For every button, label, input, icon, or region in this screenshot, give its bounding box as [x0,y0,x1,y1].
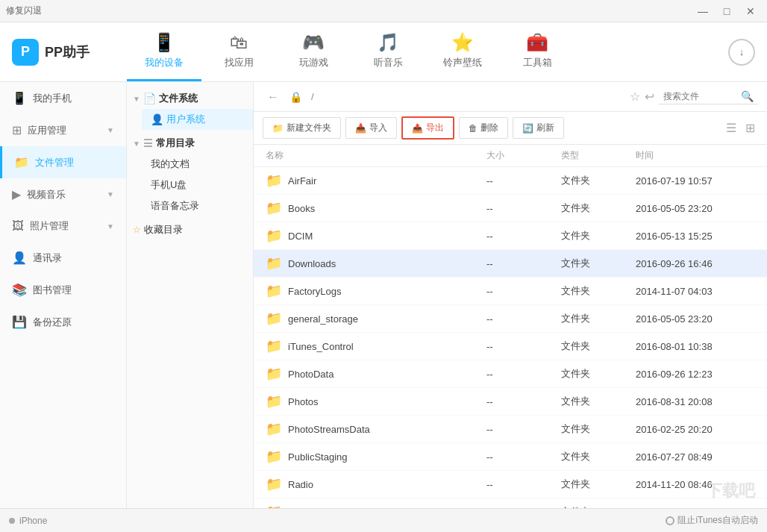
refresh-button[interactable]: 🔄 刷新 [513,117,564,139]
file-name: iTunes_Control [288,341,354,352]
titlebar-left: 修复闪退 [6,4,42,17]
nav-play-game-label: 玩游戏 [299,56,328,69]
refresh-icon: 🔄 [522,123,533,134]
folder-icon: 📁 [266,476,282,492]
export-icon: 📤 [412,123,423,134]
file-toolbar-top: ← 🔒 / ☆ ↩ 🔍 [254,82,767,112]
sidebar-my-phone-label: 我的手机 [33,92,72,105]
file-type: 文件夹 [561,450,636,463]
export-button[interactable]: 📤 导出 [401,116,454,140]
table-row[interactable]: 📁 PublicStaging -- 文件夹 2016-07-27 08:49 [254,443,767,471]
search-input[interactable] [663,91,738,101]
col-name: 名称 [266,149,486,162]
status-right: 阻止iTunes自动启动 [666,514,758,527]
file-size: -- [486,479,561,490]
apps-icon: ⊞ [12,123,22,137]
table-row[interactable]: 📁 PhotoData -- 文件夹 2016-09-26 12:23 [254,360,767,388]
folder-icon: 📁 [266,338,282,354]
list-view-button[interactable]: ☰ [723,118,739,138]
nav-ringtone[interactable]: ⭐ 铃声壁纸 [425,22,500,81]
table-row[interactable]: 📁 Downloads -- 文件夹 2016-09-26 16:46 [254,250,767,278]
tree-favorites[interactable]: ☆ 收藏目录 [127,219,253,240]
sidebar: 📱 我的手机 ⊞ 应用管理 ▼ 📁 文件管理 ▶ 视频音乐 ▼ 🖼 照片管理 ▼… [0,82,127,508]
import-button[interactable]: 📥 导入 [345,117,397,139]
tree-user-icon: 👤 [151,113,163,125]
tree-phone-udisk[interactable]: 手机U盘 [142,175,253,195]
tree-common-dir[interactable]: ▼ ☰ 常用目录 [127,133,253,154]
table-row[interactable]: 📁 Radio -- 文件夹 2014-11-20 08:46 [254,471,767,498]
back-arrow-button[interactable]: ← [263,89,284,105]
history-back-button[interactable]: ↩ [645,90,654,104]
nav-play-game[interactable]: 🎮 玩游戏 [276,22,351,81]
minimize-button[interactable]: — [692,4,713,19]
nav-right: ↓ [728,39,767,66]
status-dot [9,518,15,524]
tree-expand-icon: ▼ [133,95,140,103]
nav-find-app-label: 找应用 [225,56,254,69]
music-icon: 🎵 [377,32,399,53]
new-folder-button[interactable]: 📁 新建文件夹 [263,117,341,139]
file-time: 2016-07-19 10:57 [636,175,755,187]
nav-my-device[interactable]: 📱 我的设备 [127,22,201,81]
delete-icon: 🗑 [469,123,478,134]
nav-listen-music-label: 听音乐 [374,56,403,69]
table-row[interactable]: 📁 AirFair -- 文件夹 2016-07-19 10:57 [254,167,767,195]
logo-area: P PP助手 [0,39,127,66]
table-row[interactable]: 📁 Photos -- 文件夹 2016-08-31 20:08 [254,388,767,416]
video-icon: ▶ [12,187,21,201]
sidebar-item-backup-restore[interactable]: 💾 备份还原 [0,306,126,338]
table-row[interactable]: 📁 PhotoStreamsData -- 文件夹 2016-02-25 20:… [254,416,767,443]
file-name: Radio [288,479,313,490]
sidebar-item-book-manage[interactable]: 📚 图书管理 [0,274,126,306]
nav-find-app[interactable]: 🛍 找应用 [201,22,276,81]
delete-button[interactable]: 🗑 删除 [459,117,508,139]
file-time: 2016-08-31 20:08 [636,396,755,407]
lock-icon: 🔒 [289,91,302,103]
file-type: 文件夹 [561,257,636,270]
file-time: 2016-09-26 16:46 [636,258,755,269]
maximize-button[interactable]: □ [716,4,737,19]
tree-star-icon: ☆ [133,225,141,235]
file-type: 文件夹 [561,422,636,436]
table-row[interactable]: 📁 Recordings -- 文件夹 2015-06-13 23:03 [254,498,767,508]
toolbox-icon: 🧰 [526,32,548,53]
arrow-icon: ▼ [107,126,114,134]
file-name-cell: 📁 Photos [266,393,486,410]
export-label: 导出 [426,122,444,134]
file-name-cell: 📁 AirFair [266,172,486,189]
sidebar-item-app-manage[interactable]: ⊞ 应用管理 ▼ [0,114,126,146]
toolbar-top-right: ☆ ↩ 🔍 [630,89,758,104]
table-row[interactable]: 📁 Books -- 文件夹 2016-05-05 23:20 [254,195,767,222]
breadcrumb-sep: / [311,91,314,102]
table-row[interactable]: 📁 DCIM -- 文件夹 2016-05-13 15:25 [254,222,767,250]
statusbar: iPhone 阻止iTunes自动启动 [0,508,767,532]
photo-icon: 🖼 [12,219,24,233]
sidebar-item-video-music[interactable]: ▶ 视频音乐 ▼ [0,178,126,210]
sidebar-item-photo-manage[interactable]: 🖼 照片管理 ▼ [0,210,126,242]
file-time: 2016-05-05 23:20 [636,313,755,325]
nav-ringtone-label: 铃声壁纸 [443,56,482,69]
sidebar-item-file-manage[interactable]: 📁 文件管理 [0,146,126,178]
nav-toolbox[interactable]: 🧰 工具箱 [500,22,575,81]
search-icon[interactable]: 🔍 [741,90,754,102]
file-name-cell: 📁 FactoryLogs [266,283,486,299]
tree-fs-icon: 📄 [143,93,156,104]
table-row[interactable]: 📁 FactoryLogs -- 文件夹 2014-11-07 04:03 [254,278,767,305]
tree-common-dir-label: 常用目录 [156,137,195,150]
table-row[interactable]: 📁 general_storage -- 文件夹 2016-05-05 23:2… [254,305,767,333]
tree-user-system[interactable]: 👤 用户系统 [142,109,253,130]
file-type: 文件夹 [561,174,636,187]
file-type: 文件夹 [561,201,636,215]
sidebar-item-contacts[interactable]: 👤 通讯录 [0,242,126,274]
download-button[interactable]: ↓ [728,39,755,66]
grid-view-button[interactable]: ⊞ [742,118,758,138]
tree-filesystem[interactable]: ▼ 📄 文件系统 [127,88,253,109]
tree-my-docs[interactable]: 我的文档 [142,154,253,175]
tree-voice-notes[interactable]: 语音备忘录 [142,195,253,216]
star-button[interactable]: ☆ [630,90,640,104]
sidebar-item-my-phone[interactable]: 📱 我的手机 [0,82,126,114]
nav-listen-music[interactable]: 🎵 听音乐 [351,22,425,81]
file-type: 文件夹 [561,478,636,491]
table-row[interactable]: 📁 iTunes_Control -- 文件夹 2016-08-01 10:38 [254,333,767,360]
close-button[interactable]: ✕ [740,4,761,19]
